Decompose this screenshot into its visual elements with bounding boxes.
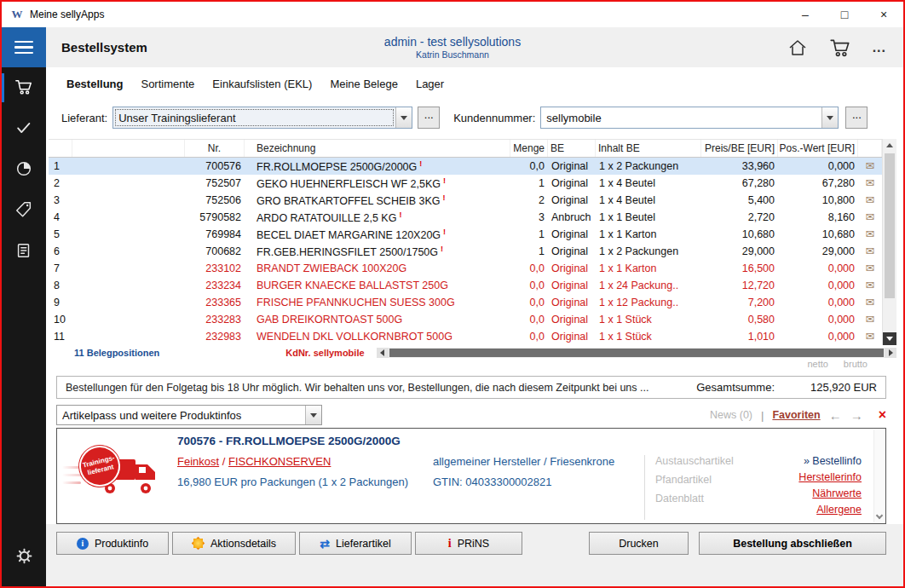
column-header-wert[interactable]: Pos.-Wert [EUR] [778,140,858,157]
sidebar-item-statistik[interactable] [2,149,46,190]
mail-icon[interactable]: ✉ [866,194,875,206]
scrollbar-thumb[interactable] [885,153,895,298]
mail-icon[interactable]: ✉ [866,160,875,172]
more-menu-button[interactable]: ... [873,45,886,50]
detail-link[interactable]: Nährwerte [753,487,862,499]
news-link[interactable]: News (0) [710,409,752,421]
table-row[interactable]: 7233102BRANDT ZWIEBACK 100X20G0,0Origina… [49,260,882,277]
column-header-be[interactable]: BE [548,140,596,157]
sidebar-item-kataloge[interactable] [2,231,46,272]
category-link[interactable]: Feinkost [177,455,219,468]
tab-lager[interactable]: Lager [416,74,444,94]
prins-button[interactable]: i PRiNS [415,532,522,555]
cart-button[interactable] [828,37,852,59]
detail-link[interactable]: » Bestellinfo [753,455,862,467]
table-row[interactable]: 45790582ARDO RATATOUILLE 2,5 KG!3Anbruch… [49,209,882,226]
lieferartikel-button[interactable]: ⇄ Lieferartikel [299,532,412,555]
panel-scrollbar[interactable] [873,429,885,522]
mail-icon[interactable]: ✉ [866,280,875,291]
table-row[interactable]: 1700576FR.ROLLMOEPSE 2500G/2000G!0,0Orig… [49,158,882,175]
scroll-left-button[interactable] [377,348,389,358]
tab-meine-belege[interactable]: Meine Belege [330,74,398,94]
scroll-up-button[interactable] [883,139,896,152]
mail-icon[interactable]: ✉ [866,262,875,274]
quantity-cell[interactable]: 0,0 [510,160,548,172]
subcategory-link[interactable]: FISCHKONSERVEN [228,455,331,468]
table-row[interactable]: 9233365FRISCHE PFANNKUCHEN SUESS 300G0,0… [49,294,882,311]
sidebar-item-bestellsystem[interactable] [2,67,46,108]
scrollbar-thumb[interactable] [389,349,884,357]
vertical-scrollbar[interactable] [882,139,896,345]
sidebar-item-bestaetigungen[interactable] [2,108,46,149]
quantity-cell[interactable]: 0,0 [510,280,548,291]
quantity-cell[interactable]: 0,0 [510,297,548,308]
lieferant-select[interactable]: Unser Trainingslieferant [112,107,412,129]
produktinfo-button[interactable]: i Produktinfo [56,532,169,555]
quantity-cell[interactable]: 0,0 [510,314,548,326]
kundennummer-select[interactable]: sellymobile [540,107,839,129]
tab-einkaufslisten[interactable]: Einkaufslisten (EKL) [212,74,312,94]
quantity-cell[interactable]: 1 [510,177,548,189]
column-header-inhalt[interactable]: Inhalt BE [596,140,701,157]
quantity-cell[interactable]: 2 [510,194,548,206]
quantity-cell[interactable]: 1 [510,228,548,240]
favoriten-link[interactable]: Favoriten [772,409,820,421]
chevron-down-icon[interactable] [305,406,321,424]
column-header-nr[interactable]: Nr. [185,140,245,157]
table-row[interactable]: 8233234BURGER KNAECKE BALLASTST 250G0,0O… [49,277,882,294]
quantity-cell[interactable]: 1 [510,245,548,257]
mail-icon[interactable]: ✉ [866,331,875,343]
tab-bestellung[interactable]: Bestellung [66,74,123,94]
table-row[interactable]: 5769984BECEL DIAET MARGARINE 120X20G!1Or… [49,226,882,243]
sidebar-item-angebote[interactable] [2,190,46,231]
mail-icon[interactable]: ✉ [866,245,875,257]
quantity-cell[interactable]: 3 [510,211,548,223]
quantity-cell[interactable]: 0,0 [510,262,548,274]
prev-arrow-icon[interactable]: ← [829,409,842,422]
detail-link[interactable]: Herstellerinfo [753,471,862,483]
article-number: 233102 [185,262,245,274]
settings-button[interactable] [2,537,46,578]
scrollbar-track[interactable] [883,152,896,332]
table-row[interactable]: 10233283GAB DREIKORNTOAST 500G0,0Origina… [49,311,882,328]
table-row[interactable]: 11232983WENDELN DKL VOLLKORNBROT 500G0,0… [49,328,882,345]
table-row[interactable]: 3752506GRO BRATKARTOFFEL SCHEIB 3KG!2Ori… [49,192,882,209]
drucken-button[interactable]: Drucken [589,532,689,555]
article-title: 700576 - FR.ROLLMOEPSE 2500G/2000G [177,435,877,447]
horizontal-scrollbar[interactable] [377,348,896,358]
mail-icon[interactable]: ✉ [866,177,875,189]
close-button[interactable]: × [864,2,903,27]
maximize-button[interactable]: □ [825,2,864,27]
home-button[interactable] [787,37,808,58]
quantity-cell[interactable]: 0,0 [510,331,548,343]
account-name: admin - test sellysolutions [46,35,859,49]
productinfo-select[interactable]: Artikelpass und weitere Produktinfos [56,405,322,425]
table-row[interactable]: 2752507GEKO HUEHNERFLEISCH WF 2,5KG!1Ori… [49,175,882,192]
lieferant-browse-button[interactable]: ... [418,107,440,129]
close-panel-icon[interactable]: × [879,408,886,422]
mail-icon[interactable]: ✉ [866,314,875,326]
mail-icon[interactable]: ✉ [866,228,875,240]
table-row[interactable]: 6700682FR.GEB.HERINGSFILET 2500/1750G!1O… [49,243,882,260]
chevron-down-icon[interactable] [876,512,883,519]
column-header-menge[interactable]: Menge [510,140,548,157]
kundennummer-browse-button[interactable]: ... [845,107,868,129]
scroll-down-button[interactable] [883,332,896,345]
aktionsdetails-button[interactable]: Aktionsdetails [172,532,296,555]
mail-icon[interactable]: ✉ [866,297,875,308]
next-arrow-icon[interactable]: → [850,409,863,422]
positions-count: 11 Belegpositionen [74,348,159,358]
unit-cell: Original [548,245,596,257]
tab-bar: Bestellung Sortimente Einkaufslisten (EK… [46,67,903,100]
detail-link[interactable]: Allergene [753,504,862,516]
minimize-button[interactable]: – [786,2,825,27]
scroll-right-button[interactable] [885,348,896,358]
menu-button[interactable] [2,27,46,67]
tab-sortimente[interactable]: Sortimente [141,74,194,94]
chevron-down-icon[interactable] [395,107,412,128]
column-header-preis[interactable]: Preis/BE [EUR] [701,140,778,157]
chevron-down-icon[interactable] [821,107,838,128]
column-header-bezeichnung[interactable]: Bezeichnung [245,140,510,157]
bestellung-abschliessen-button[interactable]: Bestellung abschließen [699,532,886,555]
mail-icon[interactable]: ✉ [866,211,875,223]
